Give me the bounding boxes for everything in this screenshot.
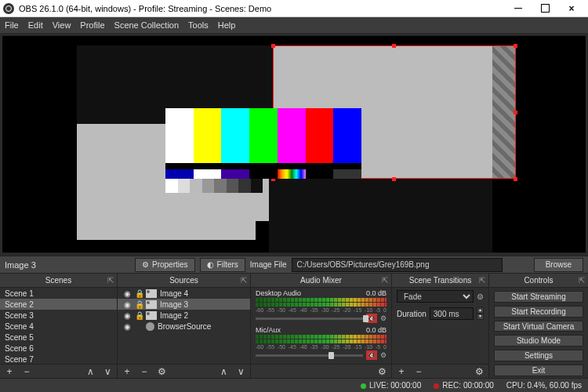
filters-button[interactable]: ◐Filters — [200, 258, 245, 272]
preview-colorbars-row — [165, 169, 361, 179]
start-virtual-camera-button[interactable]: Start Virtual Camera — [494, 321, 583, 332]
image-file-input[interactable] — [292, 258, 503, 272]
live-dot-icon — [361, 383, 366, 389]
selection-handle[interactable] — [271, 44, 275, 48]
source-name: BrowserSource — [158, 322, 211, 331]
transition-settings-button[interactable]: ⚙ — [477, 292, 484, 301]
status-live: LIVE: 00:00:00 — [361, 381, 421, 390]
visibility-toggle-icon[interactable]: ◉ — [122, 300, 132, 309]
visibility-toggle-icon[interactable]: ◉ — [122, 311, 132, 320]
volume-slider[interactable] — [256, 354, 363, 357]
lock-icon[interactable]: 🔒 — [135, 289, 143, 298]
source-name: Image 2 — [160, 311, 188, 320]
browse-button[interactable]: Browse — [534, 258, 583, 272]
menu-view[interactable]: View — [53, 20, 71, 30]
window-close-button[interactable]: × — [558, 0, 585, 17]
remove-source-button[interactable]: − — [138, 366, 151, 377]
menu-tools[interactable]: Tools — [188, 20, 209, 30]
menu-scene-collection[interactable]: Scene Collection — [114, 20, 180, 30]
add-transition-button[interactable]: + — [395, 366, 408, 377]
menu-file[interactable]: File — [5, 20, 19, 30]
scene-item[interactable]: Scene 5 — [0, 332, 117, 343]
selection-handle[interactable] — [514, 44, 517, 48]
audio-mixer-panel: Audio Mixer⇱ Desktop Audio0.0 dB-60-55-5… — [251, 274, 392, 378]
mixer-track: Desktop Audio0.0 dB-60-55-50-45-40-35-30… — [251, 288, 391, 325]
dock-popout-icon[interactable]: ⇱ — [579, 276, 585, 285]
properties-button[interactable]: ⚙Properties — [135, 258, 195, 272]
source-context-bar: Image 3 ⚙Properties ◐Filters Image File … — [0, 256, 588, 273]
selection-handle[interactable] — [392, 44, 396, 48]
selection-handle[interactable] — [392, 177, 396, 181]
studio-mode-button[interactable]: Studio Mode — [494, 335, 583, 347]
settings-button[interactable]: Settings — [494, 350, 583, 361]
duration-input[interactable] — [430, 307, 474, 320]
mixer-body: Desktop Audio0.0 dB-60-55-50-45-40-35-30… — [251, 288, 391, 364]
dock-popout-icon[interactable]: ⇱ — [479, 276, 485, 285]
preview-canvas[interactable] — [2, 35, 586, 253]
scene-item[interactable]: Scene 7 — [0, 354, 117, 364]
transition-select[interactable]: Fade — [397, 290, 474, 303]
preview-colorbars-row — [165, 163, 361, 169]
scene-down-button[interactable]: ∨ — [101, 366, 114, 377]
track-level: 0.0 dB — [366, 326, 387, 334]
scenes-list[interactable]: Scene 1Scene 2Scene 3Scene 4Scene 5Scene… — [0, 288, 117, 364]
visibility-toggle-icon[interactable]: ◉ — [122, 322, 132, 331]
db-scale: -60-55-50-45-40-35-30-25-20-15-10-50 — [256, 307, 387, 313]
source-properties-button[interactable]: ⚙ — [155, 366, 168, 377]
start-streaming-button[interactable]: Start Streaming — [494, 291, 583, 303]
lock-icon[interactable]: 🔒 — [135, 311, 143, 320]
scene-item[interactable]: Scene 6 — [0, 343, 117, 354]
preview-layer — [77, 221, 256, 240]
track-settings-button[interactable]: ⚙ — [380, 314, 387, 322]
remove-transition-button[interactable]: − — [412, 366, 425, 377]
add-source-button[interactable]: + — [121, 366, 133, 377]
scene-item[interactable]: Scene 2 — [0, 299, 117, 310]
image-icon — [146, 300, 157, 309]
dock-popout-icon[interactable]: ⇱ — [382, 276, 388, 285]
source-down-button[interactable]: ∨ — [234, 366, 247, 377]
lock-icon[interactable]: 🔒 — [135, 300, 143, 309]
add-scene-button[interactable]: + — [3, 366, 16, 377]
rec-dot-icon — [434, 383, 439, 389]
duration-label: Duration — [397, 310, 426, 318]
mute-button[interactable]: 🔇 — [366, 350, 377, 360]
track-level: 0.0 dB — [366, 289, 387, 297]
scenes-toolbar: + − ∧ ∨ — [0, 364, 117, 378]
dock-popout-icon[interactable]: ⇱ — [107, 276, 114, 285]
sources-list[interactable]: ◉🔒Image 4◉🔒Image 3◉🔒Image 2◉BrowserSourc… — [118, 288, 250, 364]
transition-properties-button[interactable]: ⚙ — [473, 366, 485, 377]
source-up-button[interactable]: ∧ — [217, 366, 230, 377]
source-item[interactable]: ◉🔒Image 4 — [118, 288, 250, 299]
scene-item[interactable]: Scene 4 — [0, 321, 117, 332]
scene-up-button[interactable]: ∧ — [84, 366, 96, 377]
main-menubar: File Edit View Profile Scene Collection … — [0, 17, 588, 33]
visibility-toggle-icon[interactable]: ◉ — [122, 289, 132, 298]
audio-meter — [256, 298, 387, 302]
filter-icon: ◐ — [207, 260, 214, 269]
duration-spinner[interactable]: ▴▾ — [477, 307, 484, 320]
menu-help[interactable]: Help — [218, 20, 236, 30]
image-icon — [146, 311, 157, 320]
volume-slider[interactable] — [256, 318, 363, 320]
source-item[interactable]: ◉BrowserSource — [118, 321, 250, 332]
exit-button[interactable]: Exit — [494, 365, 583, 376]
status-bar: LIVE: 00:00:00 REC: 00:00:00 CPU: 0.4%, … — [0, 378, 588, 392]
menu-edit[interactable]: Edit — [28, 20, 43, 30]
window-minimize-button[interactable] — [505, 0, 532, 17]
selection-handle[interactable] — [514, 177, 517, 181]
source-item[interactable]: ◉🔒Image 3 — [118, 299, 250, 310]
scene-item[interactable]: Scene 3 — [0, 310, 117, 321]
transitions-header: Scene Transitions⇱ — [392, 274, 488, 288]
mixer-settings-button[interactable]: ⚙ — [376, 366, 388, 377]
menu-profile[interactable]: Profile — [80, 20, 104, 30]
track-settings-button[interactable]: ⚙ — [380, 351, 387, 359]
transitions-panel: Scene Transitions⇱ Fade ⚙ Duration ▴▾ + … — [392, 274, 489, 378]
dock-popout-icon[interactable]: ⇱ — [241, 276, 247, 285]
audio-meter — [256, 303, 387, 307]
source-item[interactable]: ◉🔒Image 2 — [118, 310, 250, 321]
window-maximize-button[interactable] — [532, 0, 558, 17]
start-recording-button[interactable]: Start Recording — [494, 306, 583, 318]
remove-scene-button[interactable]: − — [20, 366, 33, 377]
scene-item[interactable]: Scene 1 — [0, 288, 117, 299]
selection-handle[interactable] — [514, 111, 517, 114]
